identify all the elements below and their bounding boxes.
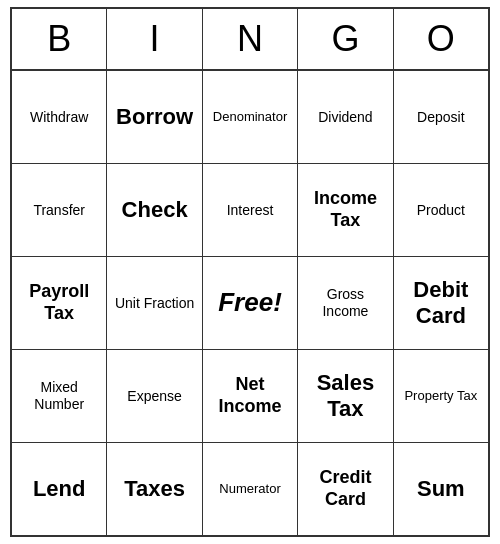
- bingo-card: BINGO WithdrawBorrowDenominatorDividendD…: [10, 7, 490, 537]
- bingo-cell-r3-c3: Sales Tax: [298, 350, 393, 442]
- bingo-cell-r0-c3: Dividend: [298, 71, 393, 163]
- bingo-cell-r1-c3: Income Tax: [298, 164, 393, 256]
- bingo-cell-r4-c2: Numerator: [203, 443, 298, 535]
- bingo-cell-r2-c2: Free!: [203, 257, 298, 349]
- bingo-cell-r4-c0: Lend: [12, 443, 107, 535]
- bingo-row-4: LendTaxesNumeratorCredit CardSum: [12, 443, 488, 535]
- bingo-cell-r3-c4: Property Tax: [394, 350, 488, 442]
- bingo-row-2: Payroll TaxUnit FractionFree!Gross Incom…: [12, 257, 488, 350]
- bingo-cell-r4-c4: Sum: [394, 443, 488, 535]
- header-letter-b: B: [12, 9, 107, 69]
- bingo-cell-r0-c2: Denominator: [203, 71, 298, 163]
- header-letter-i: I: [107, 9, 202, 69]
- bingo-cell-r1-c0: Transfer: [12, 164, 107, 256]
- header-letter-o: O: [394, 9, 488, 69]
- bingo-row-3: Mixed NumberExpenseNet IncomeSales TaxPr…: [12, 350, 488, 443]
- bingo-cell-r3-c2: Net Income: [203, 350, 298, 442]
- bingo-cell-r4-c1: Taxes: [107, 443, 202, 535]
- header-letter-g: G: [298, 9, 393, 69]
- header-letter-n: N: [203, 9, 298, 69]
- bingo-cell-r1-c4: Product: [394, 164, 488, 256]
- bingo-cell-r0-c0: Withdraw: [12, 71, 107, 163]
- bingo-cell-r2-c1: Unit Fraction: [107, 257, 202, 349]
- bingo-cell-r2-c4: Debit Card: [394, 257, 488, 349]
- bingo-row-1: TransferCheckInterestIncome TaxProduct: [12, 164, 488, 257]
- bingo-cell-r1-c1: Check: [107, 164, 202, 256]
- bingo-cell-r2-c3: Gross Income: [298, 257, 393, 349]
- bingo-row-0: WithdrawBorrowDenominatorDividendDeposit: [12, 71, 488, 164]
- bingo-cell-r0-c1: Borrow: [107, 71, 202, 163]
- bingo-cell-r3-c1: Expense: [107, 350, 202, 442]
- bingo-body: WithdrawBorrowDenominatorDividendDeposit…: [12, 71, 488, 535]
- bingo-header: BINGO: [12, 9, 488, 71]
- bingo-cell-r0-c4: Deposit: [394, 71, 488, 163]
- bingo-cell-r4-c3: Credit Card: [298, 443, 393, 535]
- bingo-cell-r1-c2: Interest: [203, 164, 298, 256]
- bingo-cell-r2-c0: Payroll Tax: [12, 257, 107, 349]
- bingo-cell-r3-c0: Mixed Number: [12, 350, 107, 442]
